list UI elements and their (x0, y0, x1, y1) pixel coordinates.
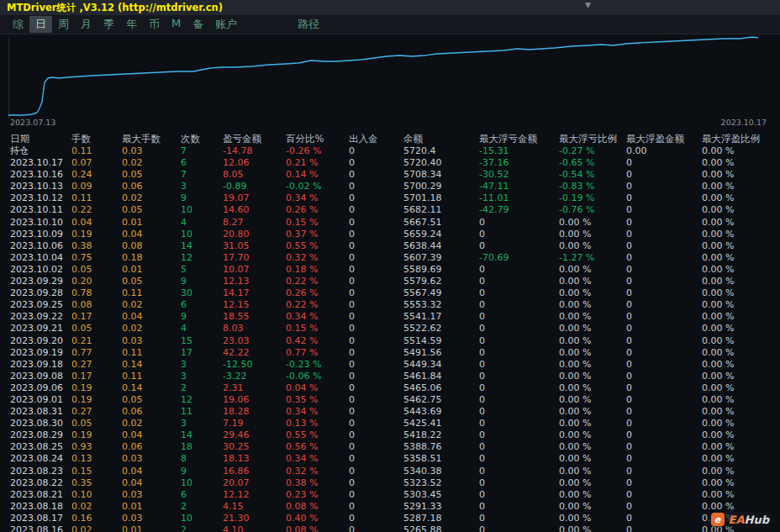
table-row[interactable]: 2023.08.290.190.041429.460.55 %05418.220… (0, 429, 780, 441)
cell: 0 (626, 311, 702, 323)
column-header[interactable]: 余额 (403, 133, 479, 145)
table-row[interactable]: 2023.10.060.380.081431.050.55 %05638.440… (0, 240, 780, 252)
table-row[interactable]: 2023.08.250.930.061830.250.56 %05388.760… (0, 441, 780, 453)
cell: 15 (181, 335, 223, 347)
cell: 0.08 (71, 299, 122, 311)
cell: 30 (181, 287, 223, 299)
column-header[interactable]: 日期 (10, 133, 71, 145)
cell: 5541.17 (403, 311, 479, 323)
table-row[interactable]: 2023.10.090.190.041020.800.37 %05659.240… (0, 229, 780, 240)
cell: 17 (181, 347, 223, 359)
table-row[interactable]: 2023.10.110.220.051014.600.26 %05682.11-… (0, 204, 780, 216)
table-row[interactable]: 2023.08.180.020.0124.150.08 %05291.3300.… (0, 501, 780, 513)
cell: 0.00 % (559, 335, 626, 347)
table-row[interactable]: 2023.09.190.770.111742.220.77 %05491.560… (0, 347, 780, 359)
table-row[interactable]: 2023.08.220.350.041020.070.38 %05323.520… (0, 477, 780, 489)
table-row[interactable]: 2023.08.160.020.0124.100.08 %05265.8800.… (0, 524, 780, 532)
table-row[interactable]: 2023.09.280.780.113014.170.26 %05567.490… (0, 287, 780, 299)
cell: 5465.06 (403, 382, 479, 394)
table-row[interactable]: 2023.10.020.050.01510.070.18 %05589.6900… (0, 264, 780, 276)
menu-tab-4[interactable]: 月 (75, 16, 98, 33)
table-row[interactable]: 2023.10.120.110.02919.070.34 %05701.18-1… (0, 192, 780, 204)
chevron-down-icon[interactable]: ▼ (585, 1, 591, 9)
cell: 20.07 (223, 477, 286, 489)
column-header[interactable]: 最大浮亏比例 (559, 133, 626, 145)
menu-tab-7[interactable]: 币 (143, 16, 166, 33)
menu-tab-path[interactable]: 路径 (292, 16, 325, 33)
cell: 30.25 (223, 441, 286, 453)
column-header[interactable]: 次数 (181, 133, 223, 145)
cell: 5303.45 (403, 489, 479, 501)
cell: 0.35 % (286, 394, 349, 406)
table-row[interactable]: 2023.10.160.240.0578.050.14 %05708.34-30… (0, 169, 780, 181)
column-header[interactable]: 百分比% (286, 133, 349, 145)
table-row[interactable]: 2023.09.250.080.02612.150.22 %05553.3200… (0, 299, 780, 311)
cell: 2023.08.24 (10, 453, 71, 465)
column-header[interactable]: 出入金 (349, 133, 403, 145)
menu-tab-3[interactable]: 周 (52, 16, 75, 33)
table-row[interactable]: 2023.08.240.130.03818.130.34 %05358.5100… (0, 453, 780, 465)
cell: 5449.34 (403, 359, 479, 371)
cell: 0.00 % (702, 501, 780, 513)
cell: 0 (626, 524, 702, 532)
cell: -0.65 % (559, 157, 626, 169)
table-row[interactable]: 2023.10.100.040.0148.270.15 %05667.5100.… (0, 217, 780, 229)
column-header[interactable]: 最大浮盈金额 (626, 133, 702, 145)
table-row[interactable]: 2023.08.210.100.03612.120.23 %05303.4500… (0, 489, 780, 501)
cell: 0 (479, 441, 559, 453)
cell: 0.00 % (559, 240, 626, 252)
cell: 0.34 % (286, 453, 349, 465)
cell: 0 (349, 418, 403, 429)
menu-tab-2[interactable]: 日 (29, 16, 52, 33)
table-row[interactable]: 2023.10.040.750.181217.700.32 %05607.39-… (0, 252, 780, 264)
cell: 5443.69 (403, 406, 479, 418)
cell: 0.00 % (702, 323, 780, 334)
column-header[interactable]: 最大手数 (122, 133, 181, 145)
table-row[interactable]: 2023.09.010.190.051219.060.35 %05462.750… (0, 394, 780, 406)
table-row[interactable]: 持仓0.110.037-14.78-0.26 %05720.4-15.31-0.… (0, 145, 780, 157)
table-row[interactable]: 2023.09.220.170.04918.550.34 %05541.1700… (0, 311, 780, 323)
table-row[interactable]: 2023.09.080.170.113-3.22-0.06 %05461.840… (0, 371, 780, 382)
cell: 0 (349, 453, 403, 465)
table-row[interactable]: 2023.08.300.050.0237.190.13 %05425.4100.… (0, 418, 780, 429)
table-row[interactable]: 2023.09.290.200.05912.130.22 %05579.6200… (0, 276, 780, 287)
column-header[interactable]: 手数 (71, 133, 122, 145)
cell: 12.06 (223, 157, 286, 169)
table-row[interactable]: 2023.09.210.050.0248.030.15 %05522.6200.… (0, 323, 780, 334)
cell: 0 (626, 276, 702, 287)
cell: 0.19 (71, 382, 122, 394)
table-row[interactable]: 2023.08.170.160.031021.300.40 %05287.180… (0, 513, 780, 524)
table-row[interactable]: 2023.09.200.210.031523.030.42 %05514.590… (0, 335, 780, 347)
table-row[interactable]: 2023.10.170.070.02612.060.21 %05720.40-3… (0, 157, 780, 169)
cell: 2023.09.06 (10, 382, 71, 394)
cell: 0.00 % (559, 323, 626, 334)
column-header[interactable]: 盈亏金额 (223, 133, 286, 145)
menu-tab-9[interactable]: 备 (187, 16, 209, 33)
cell: 0.32 % (286, 252, 349, 264)
cell: 29.46 (223, 429, 286, 441)
menu-tab-6[interactable]: 年 (120, 16, 143, 33)
table-row[interactable]: 2023.08.310.270.061118.280.34 %05443.690… (0, 406, 780, 418)
menu-tab-1[interactable]: 综 (7, 16, 29, 33)
cell: 3 (181, 181, 223, 192)
column-header[interactable]: 最大浮亏金额 (479, 133, 559, 145)
column-header[interactable]: 最大浮盈比例 (702, 133, 780, 145)
cell: 2023.09.08 (10, 371, 71, 382)
menu-tab-5[interactable]: 季 (98, 16, 120, 33)
table-row[interactable]: 2023.09.180.270.143-12.50-0.23 %05449.34… (0, 359, 780, 371)
cell: 2023.10.11 (10, 204, 71, 216)
table-row[interactable]: 2023.10.130.090.063-0.89-0.02 %05700.29-… (0, 181, 780, 192)
cell: 2023.10.02 (10, 264, 71, 276)
table-row[interactable]: 2023.09.060.190.1422.310.04 %05465.0600.… (0, 382, 780, 394)
cell: 0.08 % (286, 501, 349, 513)
cell: 0 (479, 501, 559, 513)
table-row[interactable]: 2023.08.230.150.04916.860.32 %05340.3800… (0, 466, 780, 477)
cell: 0.93 (71, 441, 122, 453)
menu-tab-10[interactable]: 账户 (209, 16, 243, 33)
menu-tab-8[interactable]: M (166, 16, 187, 33)
cell: -0.19 % (559, 192, 626, 204)
cell: 5340.38 (403, 466, 479, 477)
cell: 42.22 (223, 347, 286, 359)
cell: -0.26 % (286, 145, 349, 157)
cell: 0 (626, 477, 702, 489)
